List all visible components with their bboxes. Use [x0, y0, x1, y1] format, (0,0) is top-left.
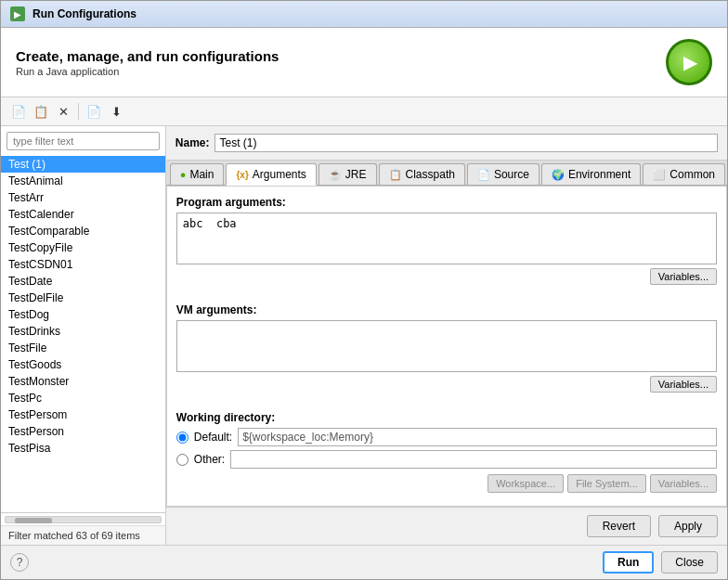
default-radio-row: Default: — [176, 428, 717, 446]
header-text: Create, manage, and run configurations R… — [16, 48, 279, 77]
main-area: Test (1) TestAnimal TestArr TestCalender… — [1, 126, 727, 545]
sidebar-list: Test (1) TestAnimal TestArr TestCalender… — [1, 156, 165, 512]
program-args-wrapper: abc cba — [176, 213, 717, 264]
sidebar-item-testpersom[interactable]: TestPersom — [1, 406, 165, 423]
working-dir-section: Working directory: Default: Other: — [176, 411, 717, 493]
header-title: Create, manage, and run configurations — [16, 48, 279, 64]
sidebar-item-testdelfile[interactable]: TestDelFile — [1, 290, 165, 306]
tabs-bar: ● Main {x} Arguments ☕ JRE 📋 Classpath 📄 — [166, 161, 727, 186]
apply-button[interactable]: Apply — [658, 515, 718, 537]
toolbar: 📄 📋 ✕ 📄 ⬇ — [1, 97, 727, 126]
new-config-button[interactable]: 📄 — [8, 101, 29, 122]
sidebar-item-testcalender[interactable]: TestCalender — [1, 206, 165, 223]
sidebar-item-testpc[interactable]: TestPc — [1, 390, 165, 406]
window-title: Run Configurations — [32, 7, 136, 20]
default-label: Default: — [194, 431, 232, 444]
other-label: Other: — [194, 453, 225, 466]
default-radio[interactable] — [176, 432, 188, 444]
run-button-footer[interactable]: Run — [603, 551, 654, 574]
more-button[interactable]: ⬇ — [106, 101, 126, 122]
delete-button[interactable]: ✕ — [53, 101, 73, 122]
vm-args-wrapper — [176, 320, 717, 372]
help-button[interactable]: ? — [10, 553, 29, 572]
name-input[interactable] — [214, 134, 718, 152]
vm-args-label: VM arguments: — [176, 303, 717, 316]
other-dir-input[interactable] — [230, 450, 717, 469]
tab-common[interactable]: ⬜ Common — [643, 163, 725, 185]
run-button[interactable] — [666, 39, 712, 85]
header-section: Create, manage, and run configurations R… — [1, 28, 727, 97]
sidebar-item-testcopyfile[interactable]: TestCopyFile — [1, 239, 165, 256]
name-row: Name: — [166, 126, 727, 161]
sidebar-item-testdog[interactable]: TestDog — [1, 306, 165, 323]
header-subtitle: Run a Java application — [16, 66, 279, 77]
toolbar-separator — [78, 103, 79, 120]
revert-button[interactable]: Revert — [587, 515, 651, 537]
sidebar-item-testarr[interactable]: TestArr — [1, 189, 165, 206]
window-icon: ▶ — [10, 6, 25, 21]
footer: ? Run Close — [1, 545, 727, 579]
sidebar-item-testpisa[interactable]: TestPisa — [1, 440, 165, 457]
dir-buttons: Workspace... File System... Variables... — [176, 474, 717, 493]
tab-jre[interactable]: ☕ JRE — [318, 163, 377, 185]
run-configurations-window: ▶ Run Configurations Create, manage, and… — [0, 0, 728, 580]
sidebar-scrollbar[interactable] — [1, 512, 165, 525]
bottom-bar: Revert Apply — [166, 507, 727, 545]
filter-status: Filter matched 63 of 69 items — [1, 525, 165, 545]
title-bar: ▶ Run Configurations — [1, 1, 727, 28]
vm-args-input[interactable] — [177, 321, 716, 369]
workspace-button[interactable]: Workspace... — [488, 474, 564, 493]
vm-variables-button[interactable]: Variables... — [650, 376, 717, 393]
close-button[interactable]: Close — [661, 551, 718, 574]
dir-variables-button[interactable]: Variables... — [650, 474, 717, 493]
program-args-label: Program arguments: — [176, 196, 717, 209]
sidebar-item-test1[interactable]: Test (1) — [1, 156, 165, 173]
arguments-tab-content: Program arguments: abc cba Variables... … — [166, 186, 727, 507]
sidebar-item-testcomparable[interactable]: TestComparable — [1, 223, 165, 239]
filter-button[interactable]: 📄 — [84, 101, 104, 122]
sidebar-item-testperson[interactable]: TestPerson — [1, 423, 165, 440]
other-radio[interactable] — [176, 454, 188, 466]
tab-arguments[interactable]: {x} Arguments — [226, 163, 316, 186]
tab-classpath[interactable]: 📋 Classpath — [379, 163, 465, 185]
filter-input[interactable] — [6, 132, 160, 150]
working-dir-label: Working directory: — [176, 411, 717, 424]
default-dir-input[interactable] — [238, 428, 717, 446]
tab-source[interactable]: 📄 Source — [467, 163, 540, 185]
sidebar-item-testfile[interactable]: TestFile — [1, 340, 165, 356]
tab-environment[interactable]: 🌍 Environment — [541, 163, 641, 185]
filesystem-button[interactable]: File System... — [567, 474, 646, 493]
other-radio-row: Other: — [176, 450, 717, 469]
name-label: Name: — [176, 136, 210, 149]
program-variables-button[interactable]: Variables... — [650, 268, 717, 285]
program-args-input[interactable]: abc cba — [177, 213, 716, 262]
tab-main[interactable]: ● Main — [170, 163, 225, 185]
sidebar: Test (1) TestAnimal TestArr TestCalender… — [1, 126, 166, 545]
duplicate-button[interactable]: 📋 — [31, 101, 51, 122]
sidebar-item-testanimal[interactable]: TestAnimal — [1, 173, 165, 189]
sidebar-item-testdate[interactable]: TestDate — [1, 273, 165, 290]
sidebar-item-testdrinks[interactable]: TestDrinks — [1, 323, 165, 340]
content-panel: Name: ● Main {x} Arguments ☕ JRE 📋 — [166, 126, 727, 545]
sidebar-item-testcsdn01[interactable]: TestCSDN01 — [1, 256, 165, 273]
sidebar-item-testgoods[interactable]: TestGoods — [1, 356, 165, 373]
sidebar-item-testmonster[interactable]: TestMonster — [1, 373, 165, 390]
